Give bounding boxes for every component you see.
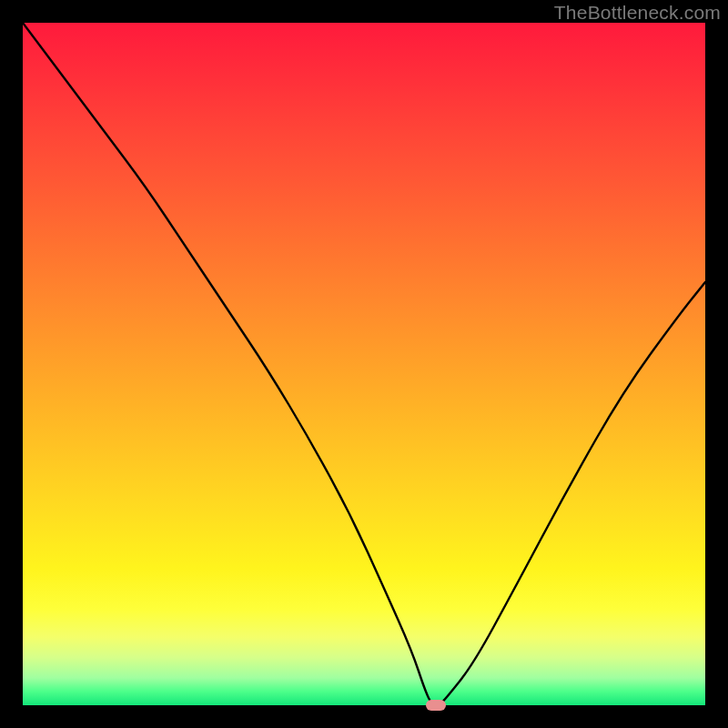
chart-frame: TheBottleneck.com (0, 0, 728, 728)
bottleneck-curve (23, 23, 705, 705)
curve-layer (23, 23, 705, 705)
plot-area (23, 23, 705, 705)
optimal-point-marker (426, 700, 446, 711)
watermark-text: TheBottleneck.com (554, 2, 721, 24)
